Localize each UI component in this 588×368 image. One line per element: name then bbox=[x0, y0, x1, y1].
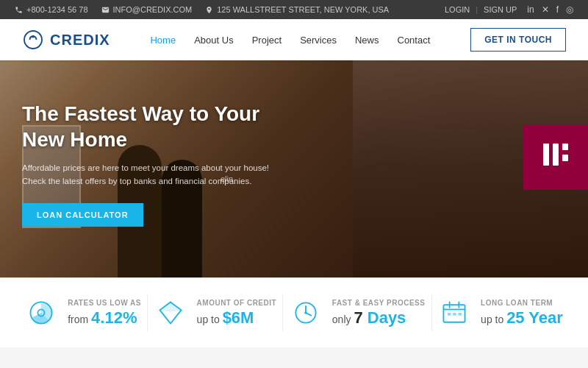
stat-divider-2 bbox=[282, 294, 283, 331]
stat-term-text: LONG LOAN TERM up to 25 Year bbox=[481, 299, 563, 328]
stats-bar: RATES US LOW AS from 4.12% AMOUNT OF CRE… bbox=[0, 277, 588, 347]
hero-title: The Fastest Way to Your New Home bbox=[22, 101, 294, 152]
stat-rates: RATES US LOW AS from 4.12% bbox=[25, 297, 141, 329]
stat-process: FAST & EASY PROCESS only 7 Days bbox=[290, 297, 426, 329]
hero-subtitle: Affordable prices are here to meet your … bbox=[22, 161, 294, 188]
svg-rect-4 bbox=[562, 144, 568, 150]
logo[interactable]: CREDIX bbox=[22, 29, 110, 51]
elementor-badge bbox=[523, 125, 588, 190]
svg-point-0 bbox=[24, 31, 42, 49]
facebook-icon[interactable]: f bbox=[556, 4, 559, 15]
login-link[interactable]: LOGIN bbox=[445, 5, 470, 14]
stat-term-value: up to 25 Year bbox=[481, 308, 563, 328]
loan-calculator-button[interactable]: LOAN CALCULATOR bbox=[22, 203, 143, 227]
social-links: in ✕ f ◎ bbox=[527, 4, 573, 15]
nav-contact[interactable]: Contact bbox=[398, 35, 431, 46]
top-bar-right: LOGIN | SIGN UP in ✕ f ◎ bbox=[445, 4, 573, 15]
stat-process-text: FAST & EASY PROCESS only 7 Days bbox=[332, 299, 426, 328]
diamond-icon bbox=[154, 297, 187, 329]
stat-term: LONG LOAN TERM up to 25 Year bbox=[438, 297, 563, 329]
logo-icon bbox=[22, 29, 44, 51]
phone-item: +800-1234 56 78 bbox=[15, 5, 88, 14]
svg-point-13 bbox=[304, 311, 307, 314]
stat-rates-text: RATES US LOW AS from 4.12% bbox=[68, 299, 141, 328]
address-item: 125 WALLSTREET STREET, NEW YORK, USA bbox=[205, 5, 389, 14]
stat-credit: AMOUNT OF CREDIT up to $6M bbox=[154, 297, 277, 329]
hero-section: elin The Fastest Way to Your New Home Af… bbox=[0, 60, 588, 277]
nav-news[interactable]: News bbox=[355, 35, 379, 46]
stat-credit-value: up to $6M bbox=[197, 308, 277, 328]
stat-rates-value: from 4.12% bbox=[68, 308, 141, 328]
email-text: INFO@CREDIX.COM bbox=[113, 5, 193, 14]
signup-link[interactable]: SIGN UP bbox=[484, 5, 517, 14]
get-in-touch-button[interactable]: GET IN TOUCH bbox=[470, 28, 566, 52]
stat-process-value: only 7 Days bbox=[332, 308, 426, 328]
top-bar-left: +800-1234 56 78 INFO@CREDIX.COM 125 WALL… bbox=[15, 5, 389, 14]
instagram-icon[interactable]: ◎ bbox=[566, 4, 573, 15]
email-item: INFO@CREDIX.COM bbox=[101, 5, 193, 14]
svg-rect-18 bbox=[448, 313, 451, 316]
stat-credit-label: AMOUNT OF CREDIT bbox=[197, 299, 277, 307]
chart-pie-icon bbox=[25, 297, 57, 329]
stat-divider-3 bbox=[431, 294, 432, 331]
stat-divider-1 bbox=[147, 294, 148, 331]
phone-text: +800-1234 56 78 bbox=[26, 5, 88, 14]
linkedin-icon[interactable]: in bbox=[527, 4, 534, 15]
stat-credit-text: AMOUNT OF CREDIT up to $6M bbox=[197, 299, 277, 328]
stat-process-label: FAST & EASY PROCESS bbox=[332, 299, 426, 307]
nav-home[interactable]: Home bbox=[150, 35, 176, 46]
twitter-icon[interactable]: ✕ bbox=[542, 4, 549, 15]
nav-services[interactable]: Services bbox=[300, 35, 337, 46]
main-nav: Home About Us Project Services News Cont… bbox=[150, 35, 430, 46]
address-text: 125 WALLSTREET STREET, NEW YORK, USA bbox=[217, 5, 389, 14]
nav-about[interactable]: About Us bbox=[194, 35, 233, 46]
svg-marker-9 bbox=[159, 302, 181, 311]
nav-project[interactable]: Project bbox=[252, 35, 282, 46]
svg-rect-2 bbox=[543, 144, 549, 166]
clock-icon bbox=[290, 297, 322, 329]
header: CREDIX Home About Us Project Services Ne… bbox=[0, 19, 588, 60]
top-bar: +800-1234 56 78 INFO@CREDIX.COM 125 WALL… bbox=[0, 0, 588, 19]
svg-rect-19 bbox=[453, 313, 456, 316]
logo-text: CREDIX bbox=[50, 32, 110, 49]
svg-rect-3 bbox=[553, 144, 559, 166]
svg-rect-5 bbox=[562, 155, 568, 161]
calendar-icon bbox=[438, 297, 470, 329]
elementor-logo bbox=[537, 136, 574, 180]
svg-rect-20 bbox=[459, 313, 462, 316]
hero-content: The Fastest Way to Your New Home Afforda… bbox=[22, 101, 294, 227]
auth-links[interactable]: LOGIN | SIGN UP bbox=[445, 5, 517, 14]
svg-point-1 bbox=[32, 35, 35, 38]
stat-term-label: LONG LOAN TERM bbox=[481, 299, 563, 307]
stat-rates-label: RATES US LOW AS bbox=[68, 299, 141, 307]
